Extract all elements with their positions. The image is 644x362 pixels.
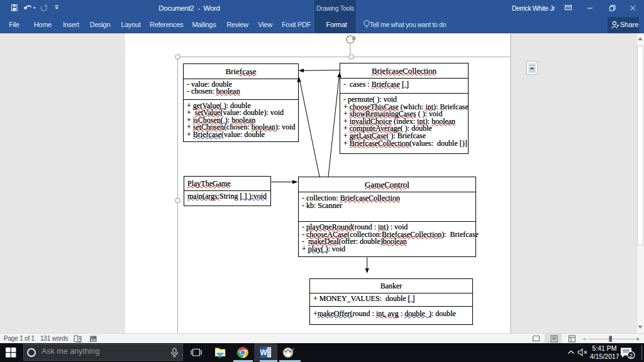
svg-text:2: 2 [630,352,633,359]
svg-text:W: W [260,348,268,357]
